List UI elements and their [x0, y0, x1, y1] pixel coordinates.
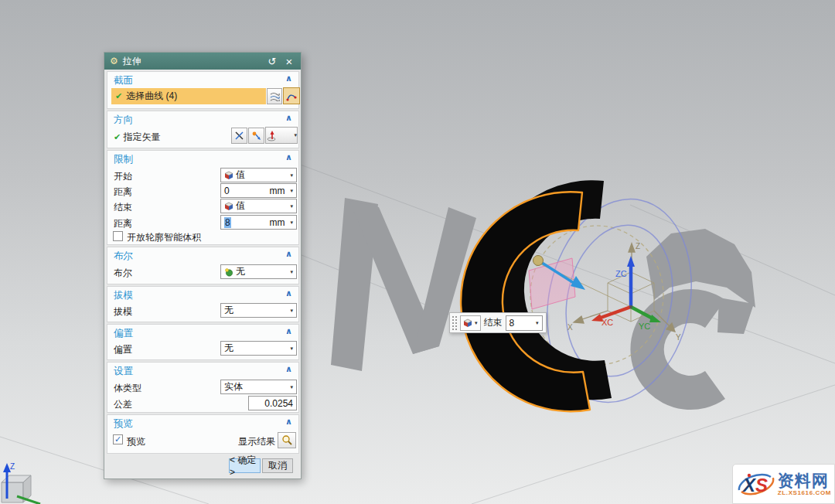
open-profile-checkbox[interactable]	[113, 231, 123, 241]
offset-header[interactable]: 偏置	[114, 327, 133, 340]
cube-icon	[224, 202, 233, 211]
collapse-caret-icon[interactable]: ∧	[285, 249, 292, 259]
boolean-combo[interactable]: 无 ▾	[220, 264, 297, 279]
limit-plane-handle[interactable]	[529, 258, 575, 309]
section-header[interactable]: 截面	[114, 74, 133, 87]
limit-option-dropdown[interactable]: ▾	[460, 315, 481, 331]
start-distance-unit: mm	[269, 186, 285, 196]
magnifier-icon	[281, 434, 293, 446]
dropdown-arrow-icon: ▾	[290, 384, 293, 390]
end-distance-label: 距离	[114, 217, 132, 230]
reset-button[interactable]: ↺	[266, 56, 278, 67]
specify-vector-label: 指定矢量	[124, 131, 161, 142]
watermark-site-url: ZL.XS1616.COM	[778, 490, 831, 496]
show-result-button[interactable]	[278, 432, 296, 448]
dialog-title: 拉伸	[123, 55, 141, 68]
start-limit-combo[interactable]: 值 ▾	[220, 168, 297, 182]
end-limit-value: 值	[236, 199, 245, 213]
curve-rule-button[interactable]	[267, 88, 282, 104]
body-type-label: 体类型	[114, 382, 141, 395]
end-distance-onscreen-value: 8	[510, 318, 515, 329]
toolbar-grip-handle[interactable]	[452, 315, 457, 330]
group-direction: 方向 ∧ ✔ 指定矢量	[107, 111, 299, 148]
tolerance-label: 公差	[114, 398, 132, 411]
dropdown-arrow-icon: ▾	[475, 320, 478, 326]
vector-type-dropdown[interactable]: ▾	[265, 127, 298, 144]
direction-header[interactable]: 方向	[114, 114, 133, 127]
specify-vector-row[interactable]: ✔ 指定矢量	[114, 131, 161, 144]
boolean-label: 布尔	[114, 267, 132, 280]
cancel-button[interactable]: 取消	[262, 458, 293, 473]
draft-header[interactable]: 拔模	[114, 289, 133, 302]
wcs-xc-label: XC	[602, 318, 613, 327]
end-limit-combo[interactable]: 值 ▾	[220, 199, 297, 213]
start-distance-field[interactable]: 0 mm ▾	[220, 183, 297, 198]
end-distance-unit: mm	[269, 217, 285, 228]
open-profile-label: 开放轮廓智能体积	[127, 231, 201, 244]
vector-dialog-button[interactable]	[231, 128, 247, 144]
tolerance-input[interactable]: 0.0254	[248, 396, 297, 410]
axis-y-label: Y	[676, 333, 681, 342]
cube-icon	[463, 318, 472, 328]
dialog-titlebar[interactable]: ⚙ 拉伸 ↺ ×	[104, 53, 301, 70]
offset-label: 偏置	[114, 343, 132, 356]
extrude-dialog: ⚙ 拉伸 ↺ × 截面 ∧ ✔ 选择曲线 (4)	[104, 52, 302, 479]
collapse-caret-icon[interactable]: ∧	[285, 152, 292, 162]
ok-button[interactable]: < 确定 >	[229, 458, 261, 473]
group-limits: 限制 ∧ 开始 值 ▾ 距离 0 mm ▾ 结束	[107, 150, 299, 245]
axis-x-label: X	[567, 323, 573, 332]
boolean-value: 无	[236, 265, 245, 278]
svg-text:S: S	[755, 475, 768, 495]
check-icon: ✔	[114, 132, 121, 141]
cancel-button-label: 取消	[268, 459, 287, 472]
preview-label: 预览	[127, 435, 145, 448]
dropdown-arrow-icon: ▾	[290, 172, 293, 179]
view-gnomon[interactable]: Z	[2, 462, 40, 504]
group-settings: 设置 ∧ 体类型 实体 ▾ 公差 0.0254	[107, 362, 299, 413]
collapse-caret-icon[interactable]: ∧	[285, 73, 292, 83]
watermark-badge: X S 资料网 ZL.XS1616.COM	[732, 464, 835, 504]
select-curve-label: 选择曲线 (4)	[126, 90, 177, 103]
end-distance-onscreen-input[interactable]: 8 ▾	[506, 315, 543, 331]
boolean-header[interactable]: 布尔	[114, 250, 133, 263]
draft-combo[interactable]: 无 ▾	[220, 303, 297, 318]
select-curve-row[interactable]: ✔ 选择曲线 (4)	[111, 88, 266, 104]
point-arrow-icon	[251, 131, 261, 141]
dropdown-arrow-icon: ▾	[290, 188, 293, 194]
group-offset: 偏置 ∧ 偏置 无 ▾	[107, 324, 299, 360]
start-limit-value: 值	[236, 169, 245, 182]
model-letter-j[interactable]	[630, 229, 755, 410]
model-letter-n[interactable]	[331, 198, 476, 371]
start-distance-value: 0	[224, 186, 230, 196]
vector-arrow-icon	[266, 130, 278, 141]
offset-combo[interactable]: 无 ▾	[220, 341, 297, 356]
start-distance-label: 距离	[114, 186, 132, 199]
preview-checkbox[interactable]: ✓	[113, 434, 123, 444]
curves-icon	[270, 91, 280, 101]
origin-sphere-handle[interactable]	[533, 256, 544, 266]
collapse-caret-icon[interactable]: ∧	[285, 364, 292, 374]
collapse-caret-icon[interactable]: ∧	[285, 288, 292, 298]
collapse-caret-icon[interactable]: ∧	[285, 417, 292, 427]
ok-button-label: < 确定 >	[230, 454, 260, 478]
check-icon: ✔	[115, 91, 122, 101]
collapse-caret-icon[interactable]: ∧	[285, 113, 292, 123]
axis-z-label: Z	[636, 242, 640, 250]
settings-header[interactable]: 设置	[114, 365, 133, 378]
close-button[interactable]: ×	[283, 55, 295, 68]
inferred-vector-button[interactable]	[248, 128, 264, 144]
collapse-caret-icon[interactable]: ∧	[285, 326, 292, 336]
end-label: 结束	[114, 201, 132, 214]
sketch-section-button[interactable]	[283, 87, 300, 104]
onscreen-mini-toolbar[interactable]: ▾ 结束 8 ▾	[449, 312, 547, 333]
group-section: 截面 ∧ ✔ 选择曲线 (4)	[107, 71, 299, 109]
limits-header[interactable]: 限制	[114, 153, 133, 166]
body-type-combo[interactable]: 实体 ▾	[220, 380, 297, 394]
group-draft: 拔模 ∧ 拔模 无 ▾	[107, 286, 299, 322]
group-boolean: 布尔 ∧ 布尔 无 ▾	[107, 247, 299, 284]
dropdown-arrow-icon: ▾	[290, 308, 293, 314]
preview-header[interactable]: 预览	[114, 417, 133, 431]
dropdown-arrow-icon: ▾	[290, 346, 293, 352]
end-distance-field[interactable]: 8 mm ▾	[220, 215, 297, 230]
dropdown-arrow-icon: ▾	[290, 269, 293, 275]
